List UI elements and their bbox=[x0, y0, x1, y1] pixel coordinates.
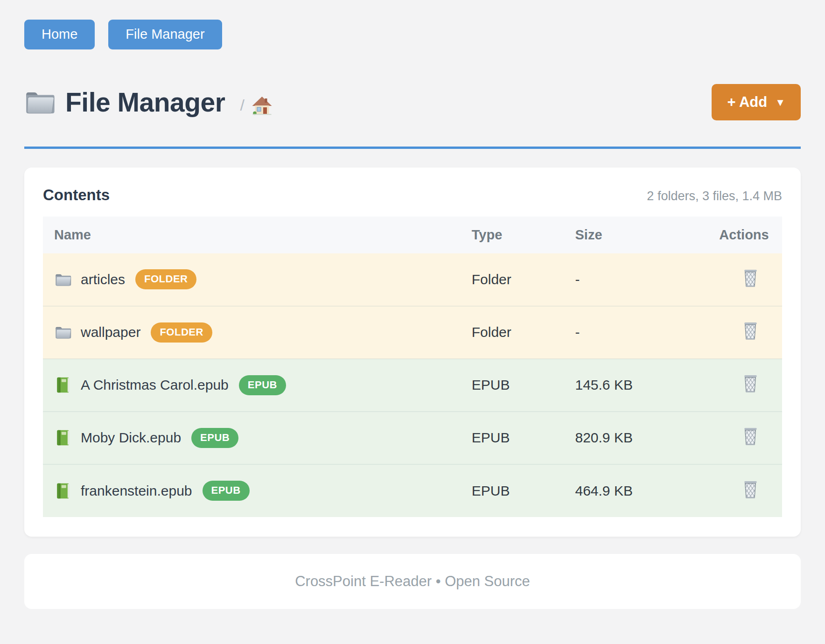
column-header-actions: Actions bbox=[719, 217, 782, 253]
table-row[interactable]: frankenstein.epub EPUB EPUB 464.9 KB bbox=[43, 464, 782, 517]
breadcrumb: / bbox=[240, 96, 272, 115]
column-header-size: Size bbox=[575, 217, 719, 253]
type-badge: EPUB bbox=[191, 428, 238, 448]
size-cell: 464.9 KB bbox=[575, 464, 719, 517]
home-icon[interactable] bbox=[252, 96, 273, 115]
footer-text: CrossPoint E-Reader • Open Source bbox=[295, 573, 530, 589]
table-row[interactable]: Moby Dick.epub EPUB EPUB 820.9 KB bbox=[43, 412, 782, 464]
file-table: Name Type Size Actions articles FOLDER F… bbox=[43, 217, 782, 517]
delete-button[interactable] bbox=[742, 479, 759, 499]
row-icon-slot bbox=[54, 271, 72, 288]
delete-button[interactable] bbox=[742, 426, 759, 446]
add-button[interactable]: + Add ▼ bbox=[712, 84, 801, 120]
book-icon bbox=[55, 429, 71, 446]
contents-summary: 2 folders, 3 files, 1.4 MB bbox=[647, 189, 782, 203]
trash-icon bbox=[742, 321, 759, 341]
folder-icon bbox=[55, 271, 71, 288]
delete-button[interactable] bbox=[742, 321, 759, 341]
breadcrumb-separator: / bbox=[240, 96, 244, 114]
table-header-row: Name Type Size Actions bbox=[43, 217, 782, 253]
file-name[interactable]: articles bbox=[81, 272, 125, 287]
file-name[interactable]: Moby Dick.epub bbox=[81, 430, 181, 446]
folder-icon bbox=[24, 89, 55, 115]
row-icon-slot bbox=[54, 324, 72, 341]
folder-icon bbox=[55, 324, 71, 341]
nav-file-manager-button[interactable]: File Manager bbox=[108, 20, 222, 49]
add-button-label: + Add bbox=[727, 94, 767, 111]
delete-button[interactable] bbox=[742, 373, 759, 393]
type-cell: Folder bbox=[472, 306, 575, 359]
file-name[interactable]: A Christmas Carol.epub bbox=[81, 377, 229, 393]
type-cell: EPUB bbox=[472, 359, 575, 412]
caret-down-icon: ▼ bbox=[775, 96, 785, 108]
size-cell: - bbox=[575, 253, 719, 306]
size-cell: 145.6 KB bbox=[575, 359, 719, 412]
trash-icon bbox=[742, 479, 759, 499]
table-row[interactable]: wallpaper FOLDER Folder - bbox=[43, 306, 782, 359]
header-divider bbox=[24, 147, 801, 149]
book-icon bbox=[55, 377, 71, 393]
type-badge: EPUB bbox=[203, 481, 250, 501]
type-badge: EPUB bbox=[239, 375, 286, 395]
type-cell: EPUB bbox=[472, 412, 575, 464]
table-row[interactable]: A Christmas Carol.epub EPUB EPUB 145.6 K… bbox=[43, 359, 782, 412]
nav-home-button[interactable]: Home bbox=[24, 20, 95, 49]
file-table-body: articles FOLDER Folder - wallpaper FOLDE… bbox=[43, 253, 782, 517]
type-cell: Folder bbox=[472, 253, 575, 306]
type-badge: FOLDER bbox=[135, 269, 196, 289]
contents-card: Contents 2 folders, 3 files, 1.4 MB Name… bbox=[24, 168, 801, 537]
trash-icon bbox=[742, 426, 759, 446]
contents-title: Contents bbox=[43, 186, 110, 204]
delete-button[interactable] bbox=[742, 268, 759, 288]
size-cell: - bbox=[575, 306, 719, 359]
trash-icon bbox=[742, 373, 759, 393]
book-icon bbox=[55, 483, 71, 499]
file-name[interactable]: wallpaper bbox=[81, 324, 140, 340]
row-icon-slot bbox=[54, 483, 72, 499]
type-badge: FOLDER bbox=[151, 322, 212, 343]
row-icon-slot bbox=[54, 429, 72, 446]
footer: CrossPoint E-Reader • Open Source bbox=[24, 554, 801, 609]
file-name[interactable]: frankenstein.epub bbox=[81, 483, 192, 499]
trash-icon bbox=[742, 268, 759, 288]
size-cell: 820.9 KB bbox=[575, 412, 719, 464]
top-nav: Home File Manager bbox=[0, 0, 825, 49]
page-header: File Manager / + Add ▼ bbox=[24, 84, 801, 120]
type-cell: EPUB bbox=[472, 464, 575, 517]
column-header-type: Type bbox=[472, 217, 575, 253]
column-header-name: Name bbox=[43, 217, 472, 253]
table-row[interactable]: articles FOLDER Folder - bbox=[43, 253, 782, 306]
page-title: File Manager bbox=[65, 87, 225, 118]
row-icon-slot bbox=[54, 377, 72, 393]
